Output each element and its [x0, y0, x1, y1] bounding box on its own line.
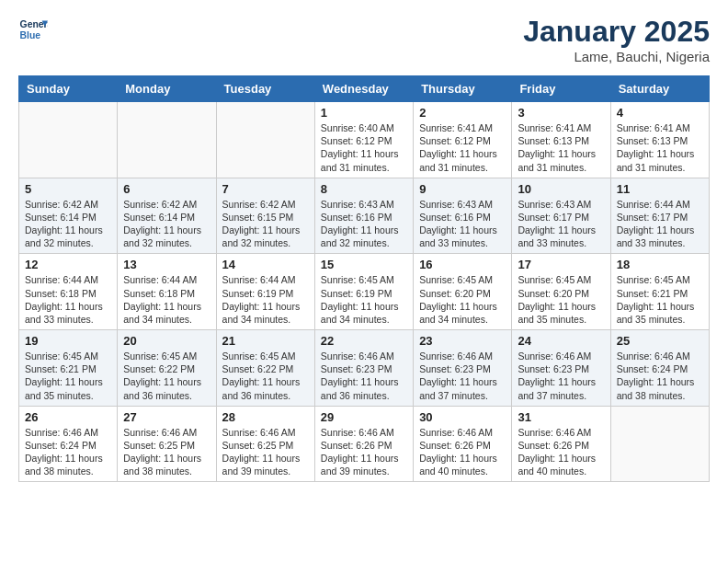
day-number: 11 [617, 182, 703, 196]
day-number: 13 [123, 258, 210, 271]
calendar-cell: 11Sunrise: 6:44 AM Sunset: 6:17 PM Dayli… [610, 178, 709, 254]
day-info: Sunrise: 6:45 AM Sunset: 6:22 PM Dayligh… [123, 350, 210, 402]
day-info: Sunrise: 6:46 AM Sunset: 6:23 PM Dayligh… [518, 350, 604, 402]
calendar-cell: 23Sunrise: 6:46 AM Sunset: 6:23 PM Dayli… [414, 330, 512, 407]
day-info: Sunrise: 6:46 AM Sunset: 6:24 PM Dayligh… [25, 426, 111, 478]
day-number: 23 [419, 334, 506, 348]
day-number: 7 [222, 182, 309, 196]
day-number: 28 [222, 410, 309, 424]
calendar-week-1: 5Sunrise: 6:42 AM Sunset: 6:14 PM Daylig… [19, 178, 710, 254]
day-info: Sunrise: 6:45 AM Sunset: 6:21 PM Dayligh… [25, 350, 111, 402]
calendar-cell: 4Sunrise: 6:41 AM Sunset: 6:13 PM Daylig… [610, 102, 709, 178]
calendar-week-4: 26Sunrise: 6:46 AM Sunset: 6:24 PM Dayli… [19, 406, 710, 482]
calendar-cell: 31Sunrise: 6:46 AM Sunset: 6:26 PM Dayli… [512, 406, 610, 482]
calendar-cell: 9Sunrise: 6:43 AM Sunset: 6:16 PM Daylig… [414, 178, 512, 254]
calendar-week-2: 12Sunrise: 6:44 AM Sunset: 6:18 PM Dayli… [19, 254, 710, 330]
calendar-cell: 21Sunrise: 6:45 AM Sunset: 6:22 PM Dayli… [216, 330, 314, 407]
calendar-cell: 13Sunrise: 6:44 AM Sunset: 6:18 PM Dayli… [118, 254, 216, 330]
day-info: Sunrise: 6:46 AM Sunset: 6:23 PM Dayligh… [321, 350, 407, 402]
calendar-cell: 19Sunrise: 6:45 AM Sunset: 6:21 PM Dayli… [19, 330, 118, 407]
calendar-cell [118, 102, 216, 178]
day-info: Sunrise: 6:45 AM Sunset: 6:20 PM Dayligh… [419, 273, 506, 326]
col-thursday: Thursday [414, 76, 512, 102]
calendar-cell: 25Sunrise: 6:46 AM Sunset: 6:24 PM Dayli… [610, 330, 709, 407]
calendar-cell [216, 102, 314, 178]
calendar-cell: 10Sunrise: 6:43 AM Sunset: 6:17 PM Dayli… [512, 178, 610, 254]
day-number: 17 [518, 258, 604, 271]
calendar-cell: 1Sunrise: 6:40 AM Sunset: 6:12 PM Daylig… [314, 102, 413, 178]
day-number: 1 [321, 106, 407, 120]
day-number: 5 [25, 182, 111, 196]
day-info: Sunrise: 6:43 AM Sunset: 6:16 PM Dayligh… [321, 198, 407, 250]
day-info: Sunrise: 6:46 AM Sunset: 6:23 PM Dayligh… [419, 350, 506, 402]
header-row: Sunday Monday Tuesday Wednesday Thursday… [19, 76, 710, 102]
calendar-cell: 6Sunrise: 6:42 AM Sunset: 6:14 PM Daylig… [118, 178, 216, 254]
calendar-cell [610, 406, 709, 482]
calendar-week-0: 1Sunrise: 6:40 AM Sunset: 6:12 PM Daylig… [19, 102, 710, 178]
col-tuesday: Tuesday [216, 76, 314, 102]
day-number: 24 [518, 334, 604, 348]
day-number: 9 [419, 182, 506, 196]
calendar-cell: 22Sunrise: 6:46 AM Sunset: 6:23 PM Dayli… [314, 330, 413, 407]
calendar-cell: 27Sunrise: 6:46 AM Sunset: 6:25 PM Dayli… [118, 406, 216, 482]
header: General Blue January 2025 Lame, Bauchi, … [18, 15, 710, 64]
day-info: Sunrise: 6:45 AM Sunset: 6:20 PM Dayligh… [518, 273, 604, 326]
day-number: 20 [123, 334, 210, 348]
day-number: 26 [25, 410, 111, 424]
day-number: 18 [617, 258, 703, 271]
day-info: Sunrise: 6:46 AM Sunset: 6:25 PM Dayligh… [222, 426, 309, 478]
calendar-cell: 2Sunrise: 6:41 AM Sunset: 6:12 PM Daylig… [414, 102, 512, 178]
day-number: 31 [518, 410, 604, 424]
page: General Blue January 2025 Lame, Bauchi, … [0, 0, 728, 563]
month-title: January 2025 [523, 15, 710, 49]
day-info: Sunrise: 6:40 AM Sunset: 6:12 PM Dayligh… [321, 121, 407, 174]
day-number: 6 [123, 182, 210, 196]
day-number: 4 [617, 106, 703, 120]
day-number: 14 [222, 258, 309, 271]
day-number: 15 [321, 258, 407, 271]
day-info: Sunrise: 6:46 AM Sunset: 6:25 PM Dayligh… [123, 426, 210, 478]
logo: General Blue [18, 15, 48, 44]
calendar-cell: 15Sunrise: 6:45 AM Sunset: 6:19 PM Dayli… [314, 254, 413, 330]
day-number: 21 [222, 334, 309, 348]
calendar-cell: 16Sunrise: 6:45 AM Sunset: 6:20 PM Dayli… [414, 254, 512, 330]
calendar-cell: 7Sunrise: 6:42 AM Sunset: 6:15 PM Daylig… [216, 178, 314, 254]
day-info: Sunrise: 6:44 AM Sunset: 6:17 PM Dayligh… [617, 198, 703, 250]
title-area: January 2025 Lame, Bauchi, Nigeria [523, 15, 710, 64]
calendar-cell: 5Sunrise: 6:42 AM Sunset: 6:14 PM Daylig… [19, 178, 118, 254]
location: Lame, Bauchi, Nigeria [523, 49, 710, 64]
svg-text:Blue: Blue [20, 30, 41, 40]
day-info: Sunrise: 6:46 AM Sunset: 6:24 PM Dayligh… [617, 350, 703, 402]
day-info: Sunrise: 6:41 AM Sunset: 6:13 PM Dayligh… [518, 121, 604, 174]
day-info: Sunrise: 6:46 AM Sunset: 6:26 PM Dayligh… [419, 426, 506, 478]
calendar: Sunday Monday Tuesday Wednesday Thursday… [18, 75, 710, 482]
day-number: 2 [419, 106, 506, 120]
day-info: Sunrise: 6:44 AM Sunset: 6:18 PM Dayligh… [123, 273, 210, 326]
day-info: Sunrise: 6:42 AM Sunset: 6:15 PM Dayligh… [222, 198, 309, 250]
day-number: 16 [419, 258, 506, 271]
calendar-cell: 20Sunrise: 6:45 AM Sunset: 6:22 PM Dayli… [118, 330, 216, 407]
col-wednesday: Wednesday [314, 76, 413, 102]
calendar-week-3: 19Sunrise: 6:45 AM Sunset: 6:21 PM Dayli… [19, 330, 710, 407]
day-info: Sunrise: 6:45 AM Sunset: 6:21 PM Dayligh… [617, 273, 703, 326]
day-number: 8 [321, 182, 407, 196]
logo-icon: General Blue [18, 15, 48, 44]
day-info: Sunrise: 6:43 AM Sunset: 6:16 PM Dayligh… [419, 198, 506, 250]
day-info: Sunrise: 6:45 AM Sunset: 6:22 PM Dayligh… [222, 350, 309, 402]
day-info: Sunrise: 6:46 AM Sunset: 6:26 PM Dayligh… [518, 426, 604, 478]
day-info: Sunrise: 6:42 AM Sunset: 6:14 PM Dayligh… [123, 198, 210, 250]
day-info: Sunrise: 6:41 AM Sunset: 6:13 PM Dayligh… [617, 121, 703, 174]
day-info: Sunrise: 6:44 AM Sunset: 6:19 PM Dayligh… [222, 273, 309, 326]
col-saturday: Saturday [610, 76, 709, 102]
calendar-cell: 30Sunrise: 6:46 AM Sunset: 6:26 PM Dayli… [414, 406, 512, 482]
day-number: 27 [123, 410, 210, 424]
calendar-cell: 18Sunrise: 6:45 AM Sunset: 6:21 PM Dayli… [610, 254, 709, 330]
day-info: Sunrise: 6:42 AM Sunset: 6:14 PM Dayligh… [25, 198, 111, 250]
day-number: 22 [321, 334, 407, 348]
calendar-cell [19, 102, 118, 178]
calendar-cell: 17Sunrise: 6:45 AM Sunset: 6:20 PM Dayli… [512, 254, 610, 330]
calendar-cell: 14Sunrise: 6:44 AM Sunset: 6:19 PM Dayli… [216, 254, 314, 330]
col-sunday: Sunday [19, 76, 118, 102]
day-info: Sunrise: 6:44 AM Sunset: 6:18 PM Dayligh… [25, 273, 111, 326]
day-info: Sunrise: 6:46 AM Sunset: 6:26 PM Dayligh… [321, 426, 407, 478]
